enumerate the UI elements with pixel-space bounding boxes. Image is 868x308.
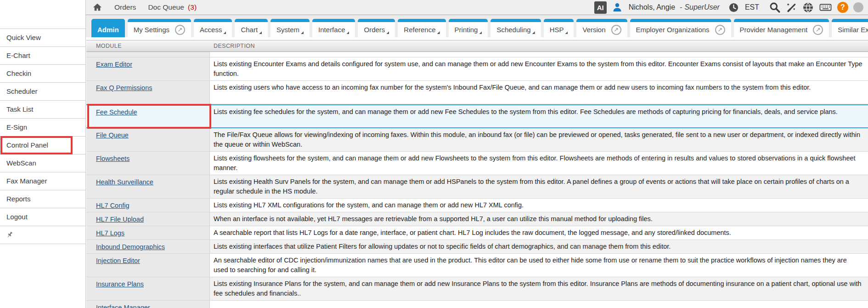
tab-access[interactable]: Access (194, 19, 232, 37)
sidebar-item-reports[interactable]: Reports (0, 190, 85, 208)
tab-label: Chart (241, 26, 258, 34)
module-link-exam-editor[interactable]: Exam Editor (96, 61, 132, 68)
tab-employer-organizations[interactable]: Employer Organizations↗ (630, 19, 731, 37)
module-cell: HL7 Config (86, 199, 210, 212)
module-link-fee-schedule[interactable]: Fee Schedule (96, 108, 137, 116)
clock-icon (728, 2, 739, 13)
timezone-label: EST (745, 3, 759, 11)
sidebar-pin-button[interactable] (0, 226, 85, 244)
description-cell (210, 301, 868, 308)
tab-similar-exposure-groups[interactable]: Similar Exposure Groups (SEGs)↗ (832, 19, 868, 37)
sidebar-item-e-sign[interactable]: E-Sign (0, 119, 85, 137)
tab-reference[interactable]: Reference (398, 19, 445, 37)
sidebar-item-webscan[interactable]: WebScan (0, 154, 85, 172)
tab-menu-tick-icon (346, 31, 349, 34)
description-cell: Lists existing Insurance Plans for the s… (210, 277, 868, 300)
sidebar-item-label: Scheduler (6, 87, 38, 95)
user-icon (612, 2, 623, 13)
tab-version[interactable]: Version↗ (576, 19, 627, 37)
module-cell: Interface Manager (86, 301, 210, 308)
tab-label: Orders (364, 26, 385, 34)
open-new-tab-icon[interactable]: ↗ (611, 25, 621, 35)
status-circle (853, 2, 863, 12)
description-cell: When an interface is not available, yet … (210, 212, 868, 226)
sidebar-item-label: E-Chart (6, 51, 30, 59)
module-tab-bar: Admin My Settings↗ Access Chart System I… (86, 16, 868, 37)
tab-provider-management[interactable]: Provider Management↗ (734, 19, 829, 37)
description-cell: Lists existing interfaces that utilize P… (210, 240, 868, 253)
tab-menu-tick-icon (386, 31, 389, 34)
module-cell: Fax Q Permissions (86, 81, 210, 104)
search-icon[interactable] (769, 1, 781, 13)
module-cell (86, 52, 210, 57)
tab-label: Provider Management (740, 26, 808, 34)
module-link-hl7-logs[interactable]: HL7 Logs (96, 229, 124, 237)
sidebar-item-label: Fax Manager (6, 177, 47, 185)
sidebar-item-quick-view[interactable]: Quick View (0, 29, 85, 47)
sidebar-item-e-chart[interactable]: E-Chart (0, 47, 85, 65)
sidebar-item-scheduler[interactable]: Scheduler (0, 83, 85, 101)
tab-chart[interactable]: Chart (235, 19, 268, 37)
tab-my-settings[interactable]: My Settings↗ (128, 19, 191, 37)
tab-scheduling[interactable]: Scheduling (490, 19, 541, 37)
description-cell: Lists existing Encounter Exams and detai… (210, 57, 868, 80)
tab-orders[interactable]: Orders (358, 19, 395, 37)
tab-label: My Settings (134, 26, 169, 34)
column-header-description: DESCRIPTION (210, 43, 255, 49)
wand-icon[interactable] (786, 2, 797, 13)
module-link-file-queue[interactable]: File Queue (96, 131, 129, 139)
tab-hsp[interactable]: HSP (544, 19, 574, 37)
sidebar-item-task-list[interactable]: Task List (0, 101, 85, 119)
open-new-tab-icon[interactable]: ↗ (715, 25, 725, 35)
tab-interface[interactable]: Interface (312, 19, 355, 37)
table-row-inbound-demographics: Inbound Demographics Lists existing inte… (86, 240, 868, 254)
sidebar-item-label: Reports (6, 195, 31, 203)
keyboard-icon[interactable] (819, 2, 832, 13)
module-link-hl7-config[interactable]: HL7 Config (96, 202, 130, 209)
module-cell: Insurance Plans (86, 277, 210, 300)
module-link-inbound-demographics[interactable]: Inbound Demographics (96, 243, 165, 251)
tab-label: Version (582, 26, 605, 34)
tab-label: Access (200, 26, 222, 34)
breadcrumb-orders[interactable]: Orders (114, 3, 136, 11)
open-new-tab-icon[interactable]: ↗ (175, 25, 185, 35)
tab-menu-tick-icon (259, 31, 262, 34)
module-link-injection-editor[interactable]: Injection Editor (96, 257, 140, 264)
tab-label: Printing (455, 26, 478, 34)
home-icon[interactable] (92, 2, 102, 12)
module-link-health-surveillance[interactable]: Health Surveillance (96, 178, 153, 186)
topbar-right-cluster: AI Nichols, Angie - SuperUser EST ? (594, 1, 868, 14)
tab-menu-tick-icon (479, 31, 482, 34)
user-menu[interactable]: Nichols, Angie - SuperUser (628, 3, 720, 11)
breadcrumb-label: Orders (114, 3, 136, 11)
module-link-flowsheets[interactable]: Flowsheets (96, 155, 130, 162)
tab-admin[interactable]: Admin (91, 19, 125, 37)
tab-system[interactable]: System (271, 19, 310, 37)
tab-label: Reference (404, 26, 435, 34)
tab-label: Scheduling (496, 26, 530, 34)
help-icon[interactable]: ? (837, 2, 848, 13)
tab-menu-tick-icon (223, 31, 226, 34)
module-link-fax-q-permissions[interactable]: Fax Q Permissions (96, 84, 152, 91)
module-cell: Flowsheets (86, 152, 210, 175)
module-link-interface-manager[interactable]: Interface Manager (96, 304, 150, 308)
user-name: Nichols, Angie (629, 3, 675, 11)
breadcrumb-doc-queue[interactable]: Doc Queue (3) (148, 3, 197, 11)
tab-label: System (276, 26, 299, 34)
sidebar-item-control-panel[interactable]: Control Panel (0, 137, 85, 154)
globe-icon[interactable] (802, 2, 814, 13)
module-cell: HL7 File Upload (86, 212, 210, 226)
sidebar-menu: Quick View E-Chart Checkin Scheduler Tas… (0, 29, 85, 244)
sidebar-item-logout[interactable]: Logout (0, 208, 85, 226)
module-link-hl7-file-upload[interactable]: HL7 File Upload (96, 216, 144, 223)
table-row-hl7-config: HL7 Config Lists existing HL7 XML config… (86, 199, 868, 212)
module-link-insurance-plans[interactable]: Insurance Plans (96, 280, 144, 288)
table-row-interface-manager: Interface Manager (86, 301, 868, 308)
tab-label: Employer Organizations (636, 26, 710, 34)
sidebar-item-label: Logout (6, 213, 28, 221)
sidebar-item-fax-manager[interactable]: Fax Manager (0, 172, 85, 190)
module-cell: Inbound Demographics (86, 240, 210, 253)
sidebar-item-checkin[interactable]: Checkin (0, 65, 85, 83)
tab-printing[interactable]: Printing (449, 19, 488, 37)
open-new-tab-icon[interactable]: ↗ (813, 25, 823, 35)
